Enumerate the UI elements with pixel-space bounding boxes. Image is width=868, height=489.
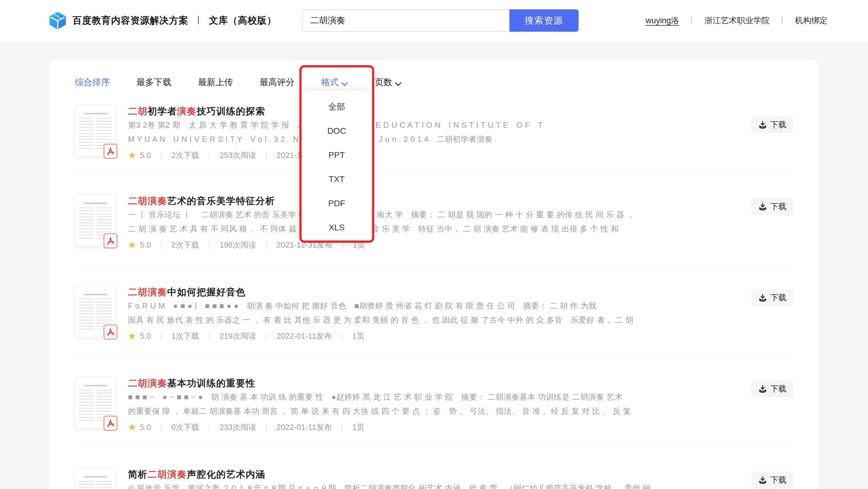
result-desc-line2: M Y U A N U N I V E R S I T Y V o l . 3 … [128,132,661,146]
download-button[interactable]: 下载 [751,116,793,133]
star-icon: ★ [128,240,136,250]
download-button[interactable]: 下载 [751,471,793,488]
result-meta: ★ 5.0 ｜ 2次下载 ｜ 198次阅读 ｜ 2021-12-31发布 ｜ 1… [128,238,661,252]
pdf-file-icon [103,233,117,248]
institution-bind-link[interactable]: 机构绑定 [795,15,828,26]
meta-downloads: 2次下载 [171,150,199,161]
meta-rating: 5.0 [140,423,151,432]
meta-separator: ｜ [338,423,346,432]
result-thumbnail[interactable] [75,194,116,246]
tab-pages-filter[interactable]: 页数 [375,77,402,88]
results-card: 综合排序 最多下载 最新上传 最高评分 格式 页数 二胡初学者演奏技 [49,60,819,489]
result-desc-line1: ■ ■ ■ − ● − ■ ■ − ● 胡 演奏 基 本 功训 练 的重要 性 … [128,390,661,404]
meta-date: 2022-01-11发布 [276,331,332,341]
result-desc-line1: ◎ 民族音 乐学 黄河之声 ２０１８年ｇ８期 总ｇｓｏ９期 简析二胡演奏声腔化 … [128,481,661,489]
meta-downloads: 1次下载 [171,331,199,341]
search-bar: 搜索资源 [302,9,579,32]
result-item: 二胡初学者演奏技巧训练的探索 第3 2卷 第2 期 太 原 大 学 教 育 学 … [75,99,793,175]
result-thumbnail[interactable] [75,468,116,489]
meta-separator: ｜ [206,423,213,432]
pdf-file-icon [103,325,117,340]
result-thumbnail[interactable] [75,377,116,429]
result-desc-line2: 二 胡 演 奏 艺 术 具 有 不 同风 格 、 不 同体 裁 的 艺 术 作 … [128,222,661,236]
result-title[interactable]: 简析二胡演奏声腔化的艺术内涵 [128,468,661,481]
chevron-down-icon [342,80,348,87]
result-meta: ★ 5.0 ｜ 0次下载 ｜ 233次阅读 ｜ 2022-01-11发布 ｜ 1… [128,420,661,434]
download-button[interactable]: 下载 [751,198,793,215]
result-item: 二胡演奏中如何把握好音色 F o R U M ● ■ ● | ■ ■ ■ ● ●… [75,266,793,357]
format-dropdown-menu: 全部 DOC PPT TXT PDF XLS [302,91,372,240]
meta-date: 2021-12-31发布 [276,240,332,250]
result-title[interactable]: 二胡初学者演奏技巧训练的探索 [128,105,661,118]
brand: 百度教育内容资源解决方案 丨 文库（高校版） [48,0,276,41]
meta-rating: 5.0 [140,240,151,250]
format-option-ppt[interactable]: PPT [302,143,372,167]
meta-reads: 253次阅读 [219,150,256,161]
meta-date: 2022-01-11发布 [276,422,332,433]
download-button[interactable]: 下载 [751,289,793,306]
meta-downloads: 2次下载 [171,240,199,250]
meta-separator: ｜ [158,423,165,432]
meta-separator: ｜ [263,423,270,432]
tab-format-filter[interactable]: 格式 [321,77,348,88]
meta-separator: ｜ [158,151,165,160]
download-icon [758,476,767,485]
result-list: 二胡初学者演奏技巧训练的探索 第3 2卷 第2 期 太 原 大 学 教 育 学 … [75,99,793,489]
result-title[interactable]: 二胡演奏基本功训练的重要性 [128,377,661,390]
result-item: 简析二胡演奏声腔化的艺术内涵 ◎ 民族音 乐学 黄河之声 ２０１８年ｇ８期 总ｇ… [75,448,793,489]
chevron-down-icon [395,80,402,87]
download-button[interactable]: 下载 [751,380,793,397]
meta-pages: 1页 [352,331,364,341]
pdf-file-icon [103,144,117,159]
tab-newest-upload[interactable]: 最新上传 [198,77,233,88]
user-divider: 丨 [779,16,786,25]
meta-reads: 198次阅读 [219,240,256,250]
result-thumbnail[interactable] [75,105,116,157]
user-divider: 丨 [688,16,695,25]
meta-reads: 219次阅读 [219,331,256,341]
result-desc-line1: F o R U M ● ■ ● | ■ ■ ■ ● ● 胡演 奏 中如何 把 握… [128,299,661,313]
tab-most-downloaded[interactable]: 最多下载 [136,77,172,88]
star-icon: ★ [128,331,136,341]
brand-title: 百度教育内容资源解决方案 [72,14,188,27]
username-link[interactable]: wuying洛 [646,15,679,26]
result-desc-line2: 国具 有 民 族代 表 性 的 乐器之 一 ， 有 着 比 其他 乐 器 更 为… [128,313,661,327]
brand-divider: 丨 [194,15,203,26]
result-title[interactable]: 二胡演奏艺术的音乐美学特征分析 [128,194,661,208]
star-icon: ★ [128,151,136,160]
result-thumbnail[interactable] [75,285,116,337]
result-meta: ★ 5.0 ｜ 1次下载 ｜ 219次阅读 ｜ 2022-01-11发布 ｜ 1… [128,329,661,343]
tab-comprehensive-sort[interactable]: 综合排序 [75,77,110,88]
result-title[interactable]: 二胡演奏中如何把握好音色 [128,285,661,299]
meta-separator: ｜ [338,331,346,341]
tab-highest-rating[interactable]: 最高评分 [259,77,294,88]
pdf-file-icon [103,416,117,431]
organization-name: 浙江艺术职业学院 [705,15,770,26]
search-input[interactable] [302,9,509,32]
meta-separator: ｜ [158,240,165,250]
format-option-xls[interactable]: XLS [302,216,372,240]
meta-separator: ｜ [206,240,213,250]
meta-reads: 233次阅读 [219,422,256,433]
result-desc-line2: 的重要保 障 ， 单就二 胡演奏基 本功 而言 ， 简 单 说 来 有 四 大块… [128,404,661,418]
result-item: 二胡演奏艺术的音乐美学特征分析 一 丨 音乐论坛 丨 二胡演奏 艺术 的音 乐美… [75,175,793,266]
format-option-pdf[interactable]: PDF [302,191,372,216]
sort-toolbar: 综合排序 最多下载 最新上传 最高评分 格式 页数 [49,60,819,89]
format-option-doc[interactable]: DOC [302,119,372,143]
meta-rating: 5.0 [140,151,151,160]
result-desc-line1: 第3 2卷 第2 期 太 原 大 学 教 育 学 院 学 报 J O U R N… [128,118,661,132]
download-icon [758,202,767,211]
format-option-all[interactable]: 全部 [302,95,372,119]
download-icon [758,120,767,129]
result-item: 二胡演奏基本功训练的重要性 ■ ■ ■ − ● − ■ ■ − ● 胡 演奏 基… [75,357,793,448]
meta-separator: ｜ [263,240,270,250]
meta-rating: 5.0 [140,331,151,341]
meta-separator: ｜ [158,331,165,341]
result-meta: ★ 5.0 ｜ 2次下载 ｜ 253次阅读 ｜ 2021-12-31发布 ｜ 3… [128,148,661,162]
meta-pages: 1页 [352,422,364,433]
search-button[interactable]: 搜索资源 [509,9,579,32]
meta-separator: ｜ [263,151,270,160]
download-icon [758,384,767,393]
meta-separator: ｜ [206,151,213,160]
format-option-txt[interactable]: TXT [302,167,372,191]
